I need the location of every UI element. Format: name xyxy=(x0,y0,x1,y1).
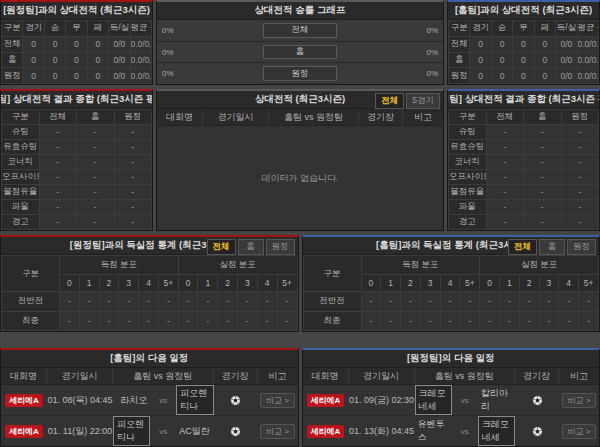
cell: - xyxy=(460,292,480,311)
tab-inactive[interactable]: 홈 xyxy=(539,239,565,255)
cell: - xyxy=(114,215,152,230)
cell: - xyxy=(486,125,524,140)
cell: 0 xyxy=(534,68,555,84)
bin-header: 2 xyxy=(218,275,238,292)
table-row: 퇴장--- xyxy=(2,230,152,232)
home-goal-stats-panel: [홈팀]과의 득실점 통계 (최근3시즌) 전체홈원정 구분득점 분포실점 분포… xyxy=(302,235,600,332)
row-label: 파울 xyxy=(2,200,40,215)
cell: 0.0/0.0 xyxy=(130,68,151,84)
compare-button[interactable]: 비교 > xyxy=(562,424,597,439)
home-team-wrap: 크레모네세 xyxy=(415,385,452,415)
soccer-ball-icon xyxy=(230,395,241,406)
bin-header: 0 xyxy=(178,275,198,292)
cell: - xyxy=(486,185,524,200)
cell: 0 xyxy=(66,36,87,52)
cell: - xyxy=(524,230,562,232)
group-header: 실점 분포 xyxy=(178,256,297,275)
bin-header: 4 xyxy=(440,275,460,292)
cell: 0 xyxy=(87,36,108,52)
cell: - xyxy=(524,185,562,200)
cell: 0 xyxy=(491,52,512,68)
home-summary-panel: [홈팀] 상대전적 결과 종합 (최근3시즌 평균) 구분전체홈원정슈팅---유… xyxy=(0,89,153,231)
tab-inactive[interactable]: 홈 xyxy=(238,239,264,255)
tab-inactive[interactable]: 원정 xyxy=(266,239,295,255)
panel-header: [원정팀]과의 상대전적 (최근3시즌) xyxy=(1,2,152,20)
table-row: 유효슈팅--- xyxy=(449,140,599,155)
cell: - xyxy=(579,311,599,330)
table-row: 볼점유율--- xyxy=(449,185,599,200)
table-row: 볼점유율--- xyxy=(2,185,152,200)
cell: 0 xyxy=(470,68,491,84)
tab-active[interactable]: 전체 xyxy=(207,239,236,255)
column-header: 득/실 xyxy=(556,21,577,37)
cell: - xyxy=(420,311,440,330)
league-cell: 세리에A xyxy=(303,416,349,446)
league-badge: 세리에A xyxy=(307,394,345,407)
cell: - xyxy=(77,185,115,200)
vs-label: vs xyxy=(150,427,176,436)
column-header: 홈 xyxy=(524,110,562,125)
row-label: 전반전 xyxy=(303,292,361,311)
away-team-name: 크레모네세 xyxy=(478,416,515,446)
cell: - xyxy=(99,292,119,311)
column-header: 홈 xyxy=(77,110,115,125)
cell: - xyxy=(257,292,277,311)
bin-header: 2 xyxy=(99,275,119,292)
panel-header: [원정팀]과의 득실점 통계 (최근3시즌) 전체홈원정 xyxy=(1,237,298,255)
bin-header: 5+ xyxy=(460,275,480,292)
compare-button[interactable]: 비교 > xyxy=(260,393,295,408)
tab-inactive[interactable]: 원정 xyxy=(567,239,596,255)
tab-inactive[interactable]: 5경기 xyxy=(406,93,440,109)
cell: - xyxy=(39,125,77,140)
league-cell: 세리에A xyxy=(1,385,47,415)
row-label: 오프사이드 xyxy=(2,170,40,185)
cell: - xyxy=(114,125,152,140)
compare-button[interactable]: 비교 > xyxy=(562,393,597,408)
venue-cell xyxy=(515,385,559,415)
cell: 0.0/0.0 xyxy=(130,36,151,52)
match-cell: 피오렌티나vsAC밀란 xyxy=(113,416,214,446)
row-label: 코너킥 xyxy=(2,155,40,170)
cell: 0/0 xyxy=(556,68,577,84)
panel-title: 상대전적 승률 그래프 xyxy=(255,4,346,17)
cell: - xyxy=(420,292,440,311)
row-label: 경고 xyxy=(2,215,40,230)
bottom-row: [홈팀]의 다음 일정 대회명경기일시홈팀 vs 원정팀경기장비고 세리에A01… xyxy=(0,348,600,447)
table-row: 슈팅--- xyxy=(2,125,152,140)
cell: - xyxy=(486,215,524,230)
row-label: 최종 xyxy=(2,311,60,330)
note-cell: 비교 > xyxy=(559,385,599,415)
table-row: 전체00000/00.0/0.0 xyxy=(2,36,152,52)
header-row: 구분득점 분포실점 분포 xyxy=(303,256,599,275)
cell: - xyxy=(361,292,381,311)
summary-table-container: 구분전체홈원정슈팅---유효슈팅---코너킥---오프사이드---볼점유율---… xyxy=(1,109,152,231)
row-label: 볼점유율 xyxy=(449,185,487,200)
bin-header: 3 xyxy=(119,275,139,292)
tab-active[interactable]: 전체 xyxy=(375,93,404,109)
home-team-name: 피오렌티나 xyxy=(113,416,150,446)
panel-header: [홈팀]의 다음 일정 xyxy=(1,350,298,368)
league-badge: 세리에A xyxy=(307,425,345,438)
cell: - xyxy=(499,292,519,311)
cell: - xyxy=(401,311,421,330)
tab-active[interactable]: 전체 xyxy=(508,239,537,255)
compare-button[interactable]: 비교 > xyxy=(260,424,295,439)
cell: - xyxy=(60,292,80,311)
home-team-wrap: 피오렌티나 xyxy=(113,416,150,446)
cell: - xyxy=(460,311,480,330)
bin-header: 1 xyxy=(381,275,401,292)
cell: 0 xyxy=(513,68,534,84)
column-header: 원정 xyxy=(114,110,152,125)
table-row: 홈00000/00.0/0.0 xyxy=(449,52,599,68)
bin-header: 5+ xyxy=(579,275,599,292)
right-percent-label: 0% xyxy=(337,20,443,41)
panel-title: [홈팀]과의 상대전적 (최근3시즌) xyxy=(455,4,592,17)
panel-header: [홈팀] 상대전적 결과 종합 (최근3시즌 평균) xyxy=(1,91,152,109)
column-header: 평균 득/실 xyxy=(577,21,598,37)
table-row: 전반전------------ xyxy=(303,292,599,311)
right-percent-label: 0% xyxy=(337,42,443,63)
bin-header: 0 xyxy=(361,275,381,292)
goal-stats-table: 구분득점 분포실점 분포012345+012345+전반전-----------… xyxy=(303,255,600,331)
cell: - xyxy=(539,292,559,311)
header-row: 구분전체홈원정 xyxy=(2,110,152,125)
